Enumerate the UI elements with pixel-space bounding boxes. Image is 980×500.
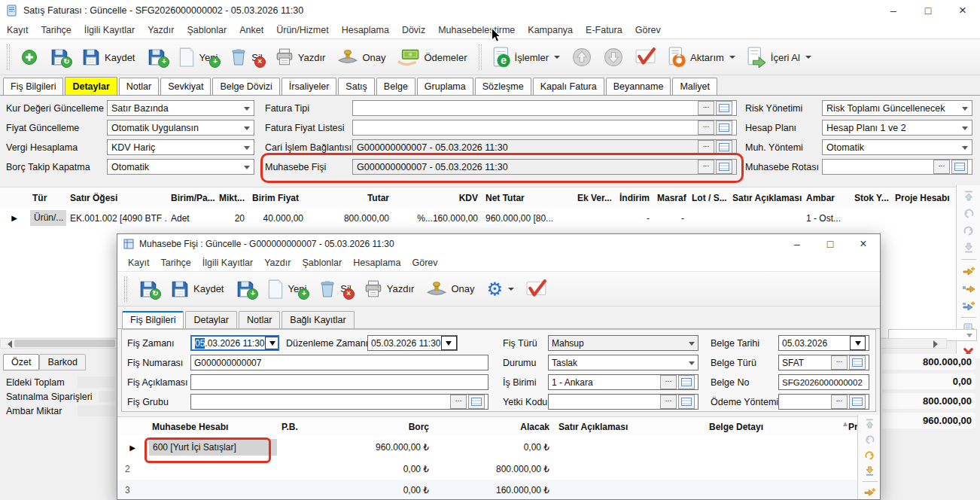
keypad-button[interactable]: [678, 375, 695, 389]
scroll-right-icon[interactable]: [933, 340, 942, 348]
col-alacak[interactable]: Alacak: [434, 422, 554, 432]
cell-tur[interactable]: Ürün/...: [30, 210, 66, 226]
menu-sablonlar[interactable]: Şablonlar: [187, 25, 227, 35]
save-new-button[interactable]: +: [142, 45, 171, 69]
fatura-tipi-field[interactable]: ...: [352, 100, 737, 116]
menu-muhasebelestirme[interactable]: Muhasebeleştirme: [438, 25, 515, 35]
date-dropdown-button[interactable]: [850, 336, 866, 350]
duzenleme-zamani-field[interactable]: 05.03.2026 11:30: [367, 335, 458, 351]
toolbar-drag-handle[interactable]: [7, 44, 10, 70]
lookup-button[interactable]: ...: [831, 395, 848, 409]
dialog-tab-fis-bilgileri[interactable]: Fiş Bilgileri: [122, 311, 184, 328]
maximize-button[interactable]: □: [911, 0, 945, 21]
operations-button[interactable]: e İşlemler: [488, 44, 565, 70]
col-ambar[interactable]: Ambar: [802, 193, 851, 203]
move-bottom-button[interactable]: [864, 465, 875, 477]
keypad-button[interactable]: [716, 140, 732, 154]
minimize-button[interactable]: –: [876, 0, 911, 21]
cell-alacak[interactable]: 800.000,00 ₺: [434, 464, 554, 474]
lookup-button[interactable]: ...: [831, 355, 848, 370]
col-proje-hesabi[interactable]: Proje Hesabı: [891, 193, 956, 203]
col-masraf[interactable]: Masraf: [653, 193, 688, 203]
toolbar-drag-handle[interactable]: [124, 276, 127, 302]
redo-line-button[interactable]: [963, 224, 975, 236]
fis-grubu-field[interactable]: ...: [190, 394, 488, 410]
col-satir-ogesi[interactable]: Satır Öğesi: [66, 193, 167, 203]
lookup-button[interactable]: ...: [698, 101, 714, 115]
vergi-hesaplama-select[interactable]: KDV Hariç: [107, 139, 254, 155]
dialog-tab-notlar[interactable]: Notlar: [239, 311, 280, 328]
add-button[interactable]: [17, 47, 42, 68]
tab-sozlesme[interactable]: Sözleşme: [475, 78, 531, 95]
tab-belge[interactable]: Belge: [376, 78, 415, 95]
col-net-tutar[interactable]: Net Tutar: [482, 193, 574, 203]
col-lot[interactable]: Lot / S...: [688, 193, 729, 203]
fis-turu-select[interactable]: Mahsup: [548, 335, 698, 351]
muh-yontemi-select[interactable]: Otomatik: [822, 139, 972, 155]
close-button[interactable]: ×: [945, 0, 980, 21]
menu-anket[interactable]: Anket: [239, 25, 263, 35]
tab-irsaliyeler[interactable]: İrsaliyeler: [282, 78, 337, 95]
approve-button[interactable]: Onay: [333, 46, 390, 69]
insert-line-button[interactable]: [962, 265, 975, 277]
odeme-yontemi-field[interactable]: ...: [778, 394, 869, 410]
menu-ilgili-kayitlar[interactable]: İlgili Kayıtlar: [84, 25, 135, 35]
menu-doviz[interactable]: Döviz: [402, 25, 425, 35]
dialog-menu-yazdir[interactable]: Yazdır: [264, 258, 291, 268]
date-dropdown-button[interactable]: [265, 337, 279, 349]
dialog-delete-button[interactable]: × Sil: [314, 277, 355, 301]
dialog-tab-bagli-kayitlar[interactable]: Bağlı Kayıtlar: [282, 311, 354, 328]
cell-borc[interactable]: 960.000,00 ₺: [328, 442, 434, 453]
journal-line-row[interactable]: ▶ 600 [Yurt İçi Satışlar] 960.000,00 ₺ 0…: [117, 436, 859, 459]
cell-alacak[interactable]: 160.000,00 ₺: [434, 485, 554, 495]
scrollbar-thumb[interactable]: [14, 340, 115, 347]
tab-maliyet[interactable]: Maliyet: [672, 78, 717, 95]
tab-ozet[interactable]: Özet: [3, 354, 39, 370]
keypad-button[interactable]: [716, 101, 732, 115]
dialog-save-button[interactable]: Kaydet: [166, 277, 228, 301]
dialog-tab-detaylar[interactable]: Detaylar: [185, 311, 237, 328]
yetki-kodu-field[interactable]: ...: [548, 394, 698, 410]
dialog-close-button[interactable]: ×: [847, 234, 880, 254]
undo-line-button[interactable]: [864, 434, 875, 445]
dialog-menu-sablonlar[interactable]: Şablonlar: [302, 258, 342, 268]
keypad-button[interactable]: [849, 395, 866, 409]
tab-beyanname[interactable]: Beyanname: [606, 78, 671, 95]
cell-alacak[interactable]: 0,00 ₺: [434, 442, 554, 453]
dialog-minimize-button[interactable]: –: [781, 234, 814, 254]
belge-no-field[interactable]: SFG2026000000002: [778, 374, 869, 390]
undo-line-button[interactable]: [963, 207, 975, 219]
cell-borc[interactable]: 0,00 ₺: [328, 464, 434, 474]
col-birim-fiyat[interactable]: Birim Fiyat: [248, 193, 307, 203]
lookup-button[interactable]: ...: [698, 160, 714, 174]
nav-down-button[interactable]: [599, 45, 628, 69]
risk-yonetimi-select[interactable]: Risk Toplamı Güncellenecek: [822, 100, 972, 116]
durumu-select[interactable]: Taslak: [548, 355, 698, 370]
move-top-button[interactable]: [864, 418, 875, 429]
cell-ambar[interactable]: 1 - Ost...: [802, 213, 851, 224]
menu-urun-hizmet[interactable]: Ürün/Hizmet: [276, 25, 328, 35]
muhasebe-fisi-field[interactable]: G000000000007 - 05.03.2026 11:30...: [352, 159, 737, 175]
dialog-save-refresh-button[interactable]: ↻: [134, 277, 163, 301]
cell-kdv[interactable]: %...160.000,00: [393, 213, 482, 224]
col-borc[interactable]: Borç: [328, 422, 434, 432]
redo-line-button[interactable]: [864, 450, 875, 461]
print-button[interactable]: Yazdır: [270, 45, 330, 69]
dialog-approve-button[interactable]: Onay: [422, 278, 479, 300]
scroll-left-icon[interactable]: [4, 340, 12, 348]
menu-e-fatura[interactable]: E-Fatura: [586, 25, 622, 35]
move-bottom-button[interactable]: [963, 242, 975, 254]
dialog-menu-hesaplama[interactable]: Hesaplama: [353, 258, 400, 268]
lookup-button[interactable]: ...: [698, 140, 714, 154]
col-muhasebe-hesabi[interactable]: Muhasebe Hesabı: [148, 422, 277, 432]
col-pb[interactable]: P.B.: [277, 422, 328, 432]
col-miktar[interactable]: Mikt...: [215, 193, 248, 203]
dialog-maximize-button[interactable]: □: [814, 234, 847, 254]
dialog-menu-ilgili-kayitlar[interactable]: İlgili Kayıtlar: [202, 258, 253, 268]
col-satir-aciklamasi[interactable]: Satır Açıklaması: [729, 193, 802, 203]
col-tutar[interactable]: Tutar: [307, 193, 393, 203]
tab-notlar[interactable]: Notlar: [119, 78, 159, 95]
hesap-plani-select[interactable]: Hesap Planı 1 ve 2: [822, 120, 972, 136]
tab-gruplama[interactable]: Gruplama: [417, 78, 473, 95]
tab-fis-bilgileri[interactable]: Fiş Bilgileri: [3, 78, 63, 95]
